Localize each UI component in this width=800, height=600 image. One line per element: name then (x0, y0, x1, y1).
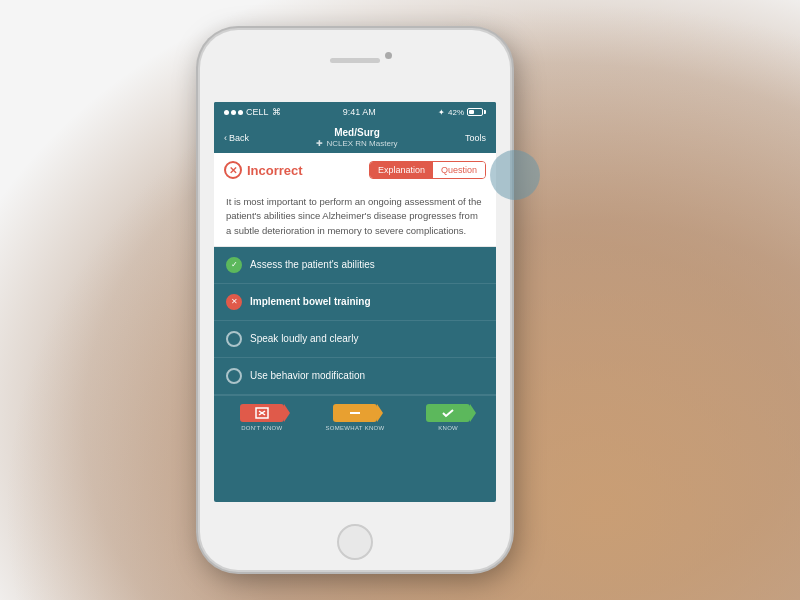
options-list: ✓ Assess the patient's abilities ✕ Imple… (214, 247, 496, 395)
back-button[interactable]: ‹ Back (224, 133, 249, 143)
back-chevron-icon: ‹ (224, 133, 227, 143)
tab-explanation[interactable]: Explanation (370, 162, 433, 178)
phone-screen: CELL ⌘ 9:41 AM ✦ 42% (214, 102, 496, 502)
incorrect-text: Incorrect (247, 163, 303, 178)
phone-camera (385, 52, 392, 59)
option-b[interactable]: ✕ Implement bowel training (214, 284, 496, 321)
option-c-text: Speak loudly and clearly (250, 332, 358, 345)
battery-fill (469, 110, 474, 114)
option-a[interactable]: ✓ Assess the patient's abilities (214, 247, 496, 284)
incorrect-label: ✕ Incorrect (224, 161, 303, 179)
option-b-text: Implement bowel training (250, 295, 371, 308)
explanation-box: It is most important to perform an ongoi… (214, 187, 496, 247)
know-icon (440, 407, 456, 419)
know-badge (426, 404, 470, 422)
tab-question[interactable]: Question (433, 162, 485, 178)
somewhat-know-button[interactable]: SOMEWHAT KNOW (325, 404, 384, 431)
nav-title-main: Med/Surg (249, 127, 465, 139)
status-battery: ✦ 42% (438, 108, 486, 117)
somewhat-know-label: SOMEWHAT KNOW (325, 425, 384, 431)
signal-dot-1 (224, 110, 229, 115)
bluetooth-icon: ✦ (438, 108, 445, 117)
incorrect-icon: ✕ (224, 161, 242, 179)
nav-bar: ‹ Back Med/Surg ✚ NCLEX RN Mastery Tools (214, 122, 496, 153)
nav-subtitle-text: NCLEX RN Mastery (326, 139, 397, 148)
incorrect-bar: ✕ Incorrect Explanation Question (214, 153, 496, 187)
option-d[interactable]: Use behavior modification (214, 358, 496, 395)
battery-percent: 42% (448, 108, 464, 117)
dont-know-button[interactable]: DON'T KNOW (240, 404, 284, 431)
x-circle-icon: ✕ (226, 294, 242, 310)
somewhat-know-badge (333, 404, 377, 422)
nav-title: Med/Surg ✚ NCLEX RN Mastery (249, 127, 465, 148)
somewhat-know-icon (347, 407, 363, 419)
signal-dot-2 (231, 110, 236, 115)
option-a-text: Assess the patient's abilities (250, 258, 375, 271)
tools-button[interactable]: Tools (465, 133, 486, 143)
status-bar: CELL ⌘ 9:41 AM ✦ 42% (214, 102, 496, 122)
bottom-bar: DON'T KNOW SOMEWHAT KNOW (214, 395, 496, 436)
wifi-icon: ⌘ (272, 107, 281, 117)
check-circle-icon: ✓ (226, 257, 242, 273)
tabs[interactable]: Explanation Question (369, 161, 486, 179)
empty-circle-d-icon (226, 368, 242, 384)
scene: CELL ⌘ 9:41 AM ✦ 42% (0, 0, 800, 600)
finger-circle (490, 150, 540, 200)
signal-dot-3 (238, 110, 243, 115)
battery-icon (467, 108, 486, 116)
signal-label: CELL (246, 107, 269, 117)
status-time: 9:41 AM (343, 107, 376, 117)
phone-speaker (330, 58, 380, 63)
battery-tip (484, 110, 486, 114)
option-c[interactable]: Speak loudly and clearly (214, 321, 496, 358)
nurse-icon: ✚ (316, 139, 323, 148)
status-signal: CELL ⌘ (224, 107, 281, 117)
phone: CELL ⌘ 9:41 AM ✦ 42% (200, 30, 510, 570)
back-label: Back (229, 133, 249, 143)
empty-circle-c-icon (226, 331, 242, 347)
phone-home-button[interactable] (337, 524, 373, 560)
dont-know-icon (254, 407, 270, 419)
dont-know-badge (240, 404, 284, 422)
nav-title-sub: ✚ NCLEX RN Mastery (249, 139, 465, 148)
explanation-text: It is most important to perform an ongoi… (226, 195, 484, 238)
know-label: KNOW (438, 425, 458, 431)
option-d-text: Use behavior modification (250, 369, 365, 382)
dont-know-label: DON'T KNOW (241, 425, 282, 431)
know-button[interactable]: KNOW (426, 404, 470, 431)
